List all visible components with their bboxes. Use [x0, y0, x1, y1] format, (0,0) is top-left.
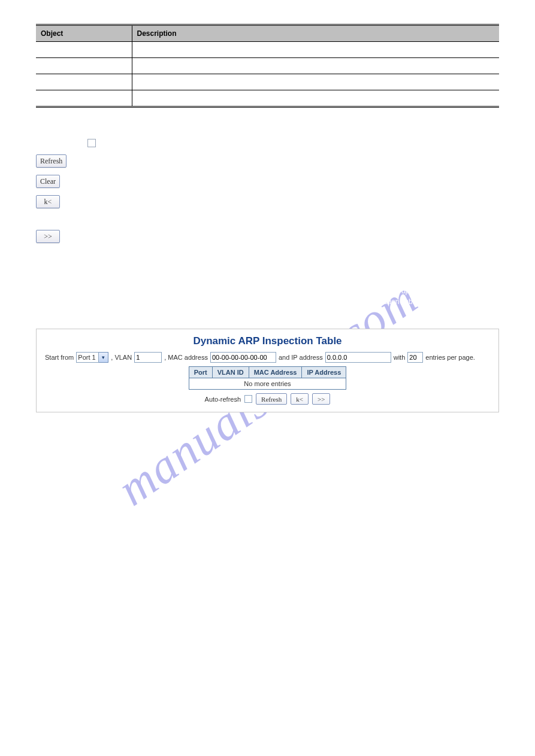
page-number: 248 [0, 730, 535, 738]
table-row: Port Switch Port Number for which the en… [36, 42, 499, 58]
next-row: >> : Updates the table, starting with th… [36, 230, 499, 243]
refresh-row: Refresh : Click to refresh the page imme… [36, 154, 499, 168]
chevron-down-icon: ▾ [99, 352, 108, 363]
col-vlanid: VLAN ID [212, 367, 249, 378]
arp-inspection-panel: Dynamic ARP Inspection Table Start from … [36, 329, 499, 412]
clear-button: Clear [36, 175, 60, 188]
clear-row: Clear : Flushes all dynamic entries. [36, 175, 499, 188]
defhead-desc: Description [132, 25, 499, 42]
first-desc: : Updates the table starting from the fi… [66, 195, 499, 204]
section-intro: Entries in the Dynamic ARP Inspection Ta… [36, 286, 499, 318]
first-row: k< : Updates the table starting from the… [36, 195, 499, 208]
vlan-input[interactable] [134, 352, 162, 363]
no-entries-cell: No more entries [189, 378, 346, 390]
definition-table: Object Description Port Switch Port Numb… [36, 24, 499, 108]
table-row: IP Address User IP address of the entry. [36, 90, 499, 107]
col-ip: IP Address [302, 367, 346, 378]
entries-input[interactable] [407, 352, 423, 363]
label-vlan: , VLAN [111, 354, 132, 361]
mac-input[interactable] [210, 352, 276, 363]
defcell: VLAN ID [36, 58, 132, 74]
panel-refresh-button[interactable]: Refresh [256, 393, 287, 405]
checkbox-icon [87, 139, 96, 147]
nav-heading: Navigating the ARP Inspection Table [36, 441, 499, 450]
defcell: MAC Address [36, 74, 132, 90]
panel-action-row: Auto-refresh Refresh k< >> [45, 393, 490, 405]
refresh-desc: : Click to refresh the page immediately. [72, 154, 499, 163]
table-row: No more entries [189, 378, 346, 390]
panel-title: Dynamic ARP Inspection Table [45, 335, 490, 347]
defcell: Switch Port Number for which the entries… [132, 42, 499, 58]
first-page-button: k< [36, 195, 60, 208]
table-row: MAC Address User MAC address of the entr… [36, 74, 499, 90]
table-row: VLAN ID VLAN-ID in which the ARP traffic… [36, 58, 499, 74]
next-desc: : Updates the table, starting with the e… [66, 230, 499, 238]
label-with: with [394, 354, 406, 361]
defcell: IP Address [36, 90, 132, 107]
col-mac: MAC Address [249, 367, 302, 378]
panel-first-button[interactable]: k< [291, 393, 309, 405]
label-entries-per-page: entries per page. [425, 354, 475, 361]
section-heading: 4.12.13 Dynamic ARP Inspection Table [36, 267, 499, 280]
autorefresh-row: : Check this box to refresh the page aut… [36, 138, 499, 147]
results-table-wrap: Port VLAN ID MAC Address IP Address No m… [45, 366, 490, 390]
results-table: Port VLAN ID MAC Address IP Address No m… [189, 366, 347, 390]
col-port: Port [189, 367, 212, 378]
button-descriptions: : Check this box to refresh the page aut… [36, 138, 499, 243]
page-content: Object Description Port Switch Port Numb… [0, 0, 535, 493]
label-start-from: Start from [45, 354, 74, 361]
autorefresh-desc: : Check this box to refresh the page aut… [102, 138, 499, 146]
label-ip: and IP address [279, 354, 323, 361]
defhead-object: Object [36, 25, 132, 42]
defcell: Port [36, 42, 132, 58]
autorefresh-label: Auto-refresh [205, 396, 241, 403]
label-mac: , MAC address [164, 354, 208, 361]
filter-controls: Start from Port 1 ▾ , VLAN , MAC address… [45, 352, 490, 363]
clear-desc: : Flushes all dynamic entries. [66, 175, 499, 183]
figure-caption: Figure 4-12-17: Dynamic ARP Inspection T… [36, 418, 499, 427]
port-select[interactable]: Port 1 ▾ [76, 352, 108, 363]
defcell: VLAN-ID in which the ARP traffic is perm… [132, 58, 499, 74]
panel-next-button[interactable]: >> [312, 393, 330, 405]
defcell: User IP address of the entry. [132, 90, 499, 107]
next-page-button: >> [36, 230, 60, 243]
refresh-button: Refresh [36, 154, 67, 168]
defcell: User MAC address of the entry. [132, 74, 499, 90]
nav-text: Each page shows up to 99 entries from th… [36, 452, 499, 469]
ip-input[interactable] [325, 352, 391, 363]
port-select-value: Port 1 [76, 352, 99, 363]
autorefresh-checkbox[interactable] [244, 395, 252, 403]
